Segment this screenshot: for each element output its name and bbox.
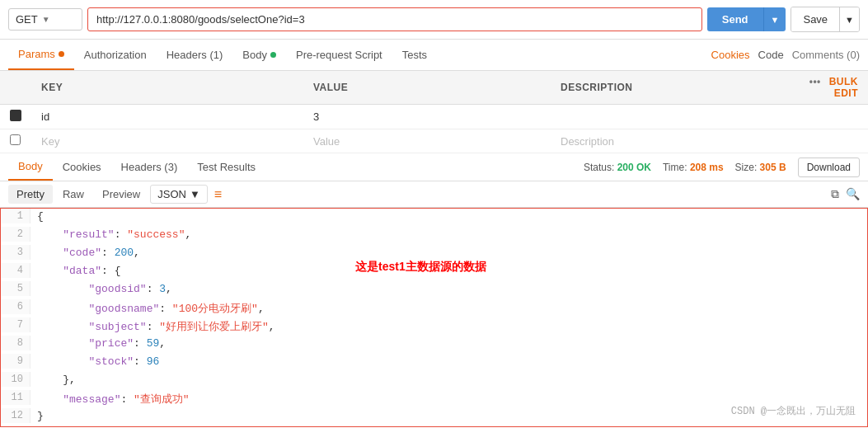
col-desc-header: DESCRIPTION [551, 71, 786, 105]
send-dropdown-arrow[interactable]: ▼ [763, 7, 786, 31]
send-button-group: Send ▼ [707, 7, 786, 31]
code-line-10: 10 }, [1, 372, 867, 390]
tab-headers[interactable]: Headers (1) [157, 40, 233, 69]
col-actions-header: ••• Bulk Edit [786, 71, 868, 105]
code-line-2: 2 "result": "success", [1, 227, 867, 245]
line-content-8: "price": 59, [30, 336, 867, 351]
url-input[interactable] [87, 7, 702, 31]
code-line-1: 1 { [1, 209, 867, 227]
response-tabs-row: Body Cookies Headers (3) Test Results St… [0, 153, 868, 181]
cookies-link[interactable]: Cookies [711, 49, 750, 61]
method-label: GET [16, 13, 38, 26]
format-tabs-row: Pretty Raw Preview JSON ▼ ≡ ⧉ 🔍 [0, 181, 868, 208]
fmt-raw-label: Raw [63, 188, 84, 200]
resp-tab-testresults-label: Test Results [197, 161, 256, 173]
method-select[interactable]: GET ▼ [8, 8, 82, 31]
line-content-5: "goodsid": 3, [30, 281, 867, 297]
tab-body[interactable]: Body [232, 40, 286, 69]
params-table: KEY VALUE DESCRIPTION ••• Bulk Edit id 3… [0, 71, 868, 153]
line-num-10: 10 [1, 372, 30, 387]
body-dot-icon [270, 52, 276, 58]
tab-tests-label: Tests [402, 49, 427, 61]
download-button[interactable]: Download [798, 158, 860, 177]
url-bar: GET ▼ Send ▼ Save ▼ [0, 0, 868, 40]
row2-value[interactable]: Value [303, 129, 551, 153]
row1-key[interactable]: id [31, 105, 303, 129]
bulk-edit-button[interactable]: Bulk Edit [829, 76, 858, 99]
table-row: id 3 [0, 105, 868, 129]
format-dropdown-arrow-icon: ▼ [190, 188, 200, 200]
save-dropdown-arrow[interactable]: ▼ [839, 7, 859, 31]
watermark-text: CSDN @一念既出，万山无阻 [731, 404, 856, 418]
format-select-label: JSON [157, 188, 186, 200]
line-content-9: "stock": 96 [30, 354, 867, 369]
code-area: 1 { 2 "result": "success", 3 "code": 200… [0, 208, 868, 427]
size-label: Size: 305 B [735, 162, 786, 173]
line-num-2: 2 [1, 227, 30, 242]
line-content-10: }, [30, 372, 867, 388]
resp-tab-test-results[interactable]: Test Results [187, 154, 265, 180]
code-wrapper: 1 { 2 "result": "success", 3 "code": 200… [0, 208, 868, 427]
copy-icon[interactable]: ⧉ [831, 187, 839, 201]
tabs-right-area: Cookies Code Comments (0) [711, 49, 860, 61]
save-button-group: Save ▼ [791, 7, 860, 32]
wrap-icon[interactable]: ≡ [214, 187, 222, 202]
code-line-5: 5 "goodsid": 3, [1, 281, 867, 299]
line-num-11: 11 [1, 390, 30, 405]
line-num-12: 12 [1, 408, 30, 423]
format-select-dropdown[interactable]: JSON ▼ [150, 185, 208, 204]
line-num-6: 6 [1, 299, 30, 314]
col-key-header: KEY [31, 71, 303, 105]
resp-tab-cookies[interactable]: Cookies [53, 154, 111, 180]
fmt-tab-raw[interactable]: Raw [54, 185, 92, 204]
size-value: 305 B [760, 162, 786, 173]
fmt-tab-preview[interactable]: Preview [94, 185, 148, 204]
fmt-preview-label: Preview [102, 188, 140, 200]
line-num-4: 4 [1, 263, 30, 278]
code-line-7: 7 "subject": "好用到让你爱上刷牙", [1, 317, 867, 336]
code-line-8: 8 "price": 59, [1, 336, 867, 354]
format-right-icons: ⧉ 🔍 [831, 187, 860, 201]
col-checkbox [0, 71, 31, 105]
code-link[interactable]: Code [758, 49, 784, 61]
tab-prerequest-label: Pre-request Script [296, 49, 382, 61]
row1-value[interactable]: 3 [303, 105, 551, 129]
line-content-1: { [30, 209, 867, 224]
fmt-tab-pretty[interactable]: Pretty [8, 185, 53, 204]
row2-checkbox[interactable] [10, 134, 21, 145]
method-arrow-icon: ▼ [42, 15, 50, 24]
resp-tab-headers[interactable]: Headers (3) [111, 154, 188, 180]
row2-desc[interactable]: Description [551, 129, 786, 153]
search-icon[interactable]: 🔍 [846, 187, 860, 201]
tab-body-label: Body [242, 49, 267, 61]
code-comment: 这是test1主数据源的数据 [355, 260, 486, 275]
line-num-5: 5 [1, 281, 30, 296]
line-num-3: 3 [1, 245, 30, 260]
time-label: Time: 208 ms [663, 162, 724, 173]
resp-tab-headers-label: Headers (3) [121, 161, 178, 173]
row2-key[interactable]: Key [31, 129, 303, 153]
row1-desc[interactable] [551, 105, 786, 129]
save-button[interactable]: Save [791, 7, 839, 31]
tab-auth-label: Authorization [84, 49, 147, 61]
table-row: Key Value Description [0, 129, 868, 153]
row1-actions [786, 105, 868, 129]
dots-icon[interactable]: ••• [809, 76, 821, 87]
tab-params[interactable]: Params [8, 40, 74, 70]
line-num-7: 7 [1, 317, 30, 332]
row1-checkbox[interactable] [10, 110, 21, 121]
tab-authorization[interactable]: Authorization [74, 40, 157, 69]
line-content-2: "result": "success", [30, 227, 867, 242]
comments-link[interactable]: Comments (0) [792, 49, 860, 61]
line-content-6: "goodsname": "100分电动牙刷", [30, 299, 867, 317]
resp-tab-body-label: Body [18, 160, 43, 172]
row2-actions [786, 129, 868, 153]
request-tabs-row: Params Authorization Headers (1) Body Pr… [0, 40, 868, 71]
tab-pre-request[interactable]: Pre-request Script [286, 40, 392, 69]
tab-headers-label: Headers (1) [167, 49, 223, 61]
send-button[interactable]: Send [707, 7, 763, 31]
tab-tests[interactable]: Tests [392, 40, 437, 69]
code-line-9: 9 "stock": 96 [1, 354, 867, 372]
time-value: 208 ms [690, 162, 724, 173]
resp-tab-body[interactable]: Body [8, 153, 53, 181]
